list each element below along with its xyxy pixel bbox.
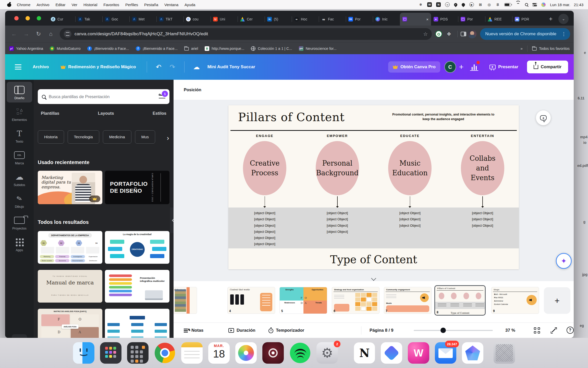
sidebar-rail-item[interactable]: Texto [7,125,32,146]
browser-tab[interactable]: REE × [485,13,512,26]
browser-tab[interactable]: × [400,13,431,26]
reload-button[interactable]: ↻ [33,29,44,39]
dock-app[interactable] [100,342,121,364]
zoom-slider-thumb[interactable] [440,328,446,333]
spotlight-icon[interactable] [525,3,528,6]
page-thumbnail-5[interactable]: Strengths Opportunities Weaknesses Threa… [279,287,327,314]
sidebar-rail-item[interactable]: Subidos [7,169,32,189]
dock-app[interactable] [494,342,515,364]
pillar-ellipse[interactable]: Music Education [388,141,432,195]
browser-tab[interactable]: ∞ Hoc × [292,13,319,26]
menubar-menu-item[interactable]: Pestaña [141,3,161,7]
dock-app[interactable]: 2 [316,342,338,364]
chrome-update-button[interactable]: Nueva versión de Chrome disponible ⋮ [480,28,570,40]
menubar-menu-item[interactable]: Archivo [33,3,52,7]
dock-app[interactable] [262,342,284,364]
browser-tab[interactable]: Por × [458,13,485,26]
pillar-list[interactable]: [object Object][object Object][object Ob… [446,211,519,248]
menubar-menu-item[interactable]: Historial [80,3,100,7]
profile-avatar[interactable] [468,30,476,38]
dock-app[interactable] [73,342,94,364]
browser-tab[interactable]: ♥ POS × [431,13,458,26]
sidebar-rail-item[interactable]: Marca [7,147,32,168]
wifi-icon[interactable] [516,3,521,7]
category-chip[interactable]: Tecnologia [68,130,99,144]
template-search-box[interactable]: 1 [38,89,169,104]
sidebar-rail-item[interactable]: Proyectos [7,212,32,233]
pillar-tag[interactable]: EDUCATE [400,134,420,139]
sidebar-rail-item[interactable]: Dibujo [7,190,32,211]
close-window-button[interactable] [14,16,19,20]
dock-app[interactable] [235,342,257,364]
browser-menu-icon[interactable]: ⋮ [560,31,568,37]
slide-note[interactable]: Promotional content, personal insights, … [391,112,496,121]
side-panel-icon[interactable] [461,32,466,36]
siri-icon[interactable] [541,3,546,7]
hamburger-menu-icon[interactable] [15,64,21,70]
address-bar[interactable]: canva.com/design/DAF84bqsIbc/FhqAjHcQZ_3… [60,28,432,40]
bookmark-item[interactable]: ariel [184,46,198,51]
pillar-ellipse[interactable]: Creative Process [243,141,286,195]
page-thumbnail-6[interactable]: Strategy and feed organization 6 [332,287,379,314]
browser-tab[interactable]: U Uni × [211,13,238,26]
w-app-icon[interactable]: W [427,2,432,7]
home-button[interactable]: ⌂ [45,29,56,39]
minimize-window-button[interactable] [26,16,30,20]
zoom-slider[interactable] [414,330,493,331]
site-settings-icon[interactable] [64,30,71,38]
user-avatar[interactable]: C [444,61,456,73]
bookmark-item[interactable]: B http://www.porque... [205,46,244,51]
page-thumbnail-8-selected[interactable]: Pillars of Content Type of Content 8 [434,285,486,316]
template-thumbnail-foda[interactable]: MATRIZ DE ANÁLISIS FODA [DAFO] F O D A A… [38,309,102,338]
dock-app[interactable] [154,342,176,364]
magic-assistant-button[interactable]: ✦ [556,253,572,269]
panel-tab[interactable]: Estilos [153,111,166,119]
browser-tab[interactable]: Λ Met × [129,13,156,26]
back-button[interactable]: ← [9,29,19,39]
page-indicator[interactable]: Página 8 / 9 [370,323,394,338]
bookmarks-overflow-icon[interactable]: » [521,46,523,51]
file-menu-button[interactable]: Archivo [28,61,53,73]
comment-button[interactable]: + [536,110,551,125]
browser-tab[interactable]: Λ Tak × [75,13,102,26]
dock-app[interactable] [408,342,429,364]
browser-tab[interactable]: in (5) × [265,13,292,26]
bluetooth-icon[interactable]: Ƀ [496,2,500,7]
menubar-menu-item[interactable]: Perfiles [122,3,141,7]
category-chip[interactable]: Historia [38,130,64,144]
timer-button[interactable]: Temporizador [268,323,304,338]
browser-tab[interactable]: Λ Goc × [102,13,129,26]
help-button[interactable]: ? [567,327,574,334]
chips-scroll-right-button[interactable]: › [162,132,174,144]
new-tab-button[interactable]: + [546,14,556,24]
tab-search-button[interactable]: ⌄ [558,14,569,24]
page-thumbnail-4[interactable]: Content that works 4 [227,287,275,314]
get-canva-pro-button[interactable]: Obtén Canva Pro [388,61,440,73]
creative-cloud-icon[interactable]: ∞ [445,2,450,7]
present-button[interactable]: Presentar [485,61,523,73]
browser-tab[interactable]: C Inic × [373,13,400,26]
sidebar-rail-item[interactable]: Diseño [7,82,32,102]
browser-tab[interactable]: Cer × [238,13,265,26]
pillar-ellipse[interactable]: Collabs and Events [461,141,504,195]
dock-app[interactable] [354,342,375,364]
airplay-icon[interactable]: ◎ [487,2,491,7]
dock-app[interactable]: MAR. 18 [208,342,230,364]
pillar-tag[interactable]: EMPOWER [327,134,348,139]
page-thumbnail-7[interactable]: Community engagement Musts 7 [384,287,432,314]
slide-title[interactable]: Pillars of Content [238,110,345,124]
category-chip[interactable]: Mus [135,130,155,144]
filter-icon[interactable]: 1 [159,94,165,99]
add-member-button[interactable]: + [459,63,464,71]
tab-close-icon[interactable]: × [426,17,428,21]
location-pin-icon[interactable] [461,2,466,7]
document-title[interactable]: Mini Audit Tony Succar [207,64,255,70]
pillar-list[interactable]: [object Object][object Object][object Ob… [301,211,374,248]
menubar-menu-item[interactable]: Ayuda [181,3,198,7]
bookmark-item[interactable]: MundoGaturro [50,46,81,51]
undo-button[interactable]: ↶ [153,63,164,71]
position-button[interactable]: Posición [184,87,201,92]
sidebar-rail-item[interactable]: Elementos [7,103,32,124]
insights-button[interactable] [468,60,481,74]
template-thumbnail-manual-marca[interactable]: TU NUEVA IDENTIDAD VISUAL Manual de marc… [38,270,102,303]
